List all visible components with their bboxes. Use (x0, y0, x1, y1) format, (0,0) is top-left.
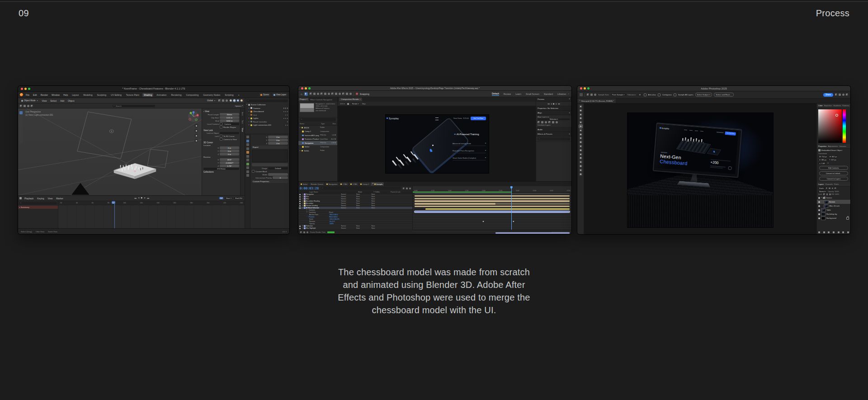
layers-action-icon[interactable] (847, 231, 849, 233)
sample-all-layers-checkbox[interactable] (674, 94, 676, 96)
custom-mask-row[interactable]: Custom Mask (252, 170, 288, 173)
workspace-tab-modeling[interactable]: Modeling (82, 93, 94, 97)
camera-view-icon[interactable] (194, 134, 198, 137)
view-lock-header[interactable]: View Lock (203, 129, 239, 132)
effects-presets-header[interactable]: Effects & Presets≡ (536, 132, 571, 136)
tool-icon[interactable] (310, 93, 312, 95)
comp-tab-comp1[interactable]: Comp 1 (359, 182, 370, 186)
appbar-icon[interactable] (835, 94, 837, 96)
project-item[interactable]: Features-ProductLaun…QuickTime46.4 M (298, 137, 337, 141)
prev-frame-icon[interactable]: ◂ (551, 103, 552, 105)
properties-tab-icon[interactable] (246, 159, 249, 161)
checkbox-icon[interactable] (220, 126, 222, 128)
outliner-search-input[interactable]: ⌕ (246, 99, 288, 102)
toggle-icon[interactable] (300, 231, 302, 233)
filter-icon[interactable] (826, 188, 828, 189)
timeline-columns-header[interactable]: Layer Name Mode T TrkMat Parent & Link (298, 190, 412, 193)
viewport-nav-icons[interactable] (194, 124, 198, 142)
ps-tool-icon[interactable] (579, 173, 582, 176)
workspace-libraries[interactable]: Libraries (557, 93, 566, 95)
layers-action-icon[interactable] (838, 231, 840, 233)
viewport-tool-icon[interactable] (19, 133, 23, 136)
home-icon[interactable]: ⌂ (301, 93, 302, 95)
workspace-tab-texturepaint[interactable]: Texture Paint (125, 93, 141, 97)
color-field[interactable] (818, 109, 842, 143)
stopwatch-icon[interactable]: ◔ (307, 216, 307, 217)
align-buttons[interactable] (538, 121, 570, 123)
transform-wh[interactable]: W: 714 pxH: 807 px (817, 155, 850, 158)
tab-effect-controls[interactable]: Effect Controls Navigation (309, 99, 333, 101)
ps-tool-icon[interactable] (579, 129, 582, 132)
select-tool-toggles[interactable] (20, 105, 33, 107)
cursor-header[interactable]: 3D Cursor (203, 141, 239, 144)
select-mode-icon[interactable] (20, 105, 22, 107)
last-frame-icon[interactable]: ▸▸ (558, 103, 560, 105)
snapping-magnet-icon[interactable] (356, 93, 358, 95)
checkbox-icon[interactable] (252, 170, 255, 173)
material-shading-icon[interactable] (237, 99, 239, 102)
convert-to-linked-button[interactable]: Convert to Linked… (819, 171, 848, 175)
properties-tab-icon[interactable] (246, 163, 249, 165)
tab-gradients[interactable]: Gradients (833, 104, 841, 107)
layer-row-selected[interactable]: Screen (817, 200, 850, 204)
visibility-icon[interactable] (818, 201, 820, 203)
lock-icons[interactable] (823, 193, 831, 195)
tool-icon[interactable] (349, 93, 352, 95)
snapping-icons[interactable] (218, 99, 228, 102)
active-tool-icon[interactable] (580, 93, 583, 96)
tab-patterns[interactable]: Patterns (842, 104, 849, 107)
properties-tab-icon[interactable] (246, 136, 249, 138)
ps-tool-icon[interactable] (579, 169, 582, 172)
outliner-item-roadcontroller[interactable]: ▸Road Controller (246, 120, 288, 124)
effects-search-input[interactable]: ⌕ (538, 137, 570, 141)
tolerance-field[interactable]: 32 (638, 94, 642, 96)
viewlayer-selector[interactable]: View Layer (272, 93, 288, 96)
layer-row[interactable]: Backdrop-bg (817, 212, 850, 216)
filter-icon[interactable] (835, 188, 836, 189)
selection-tool[interactable] (304, 92, 308, 96)
editor-type-icon[interactable] (19, 197, 22, 199)
tool-icon[interactable] (321, 93, 323, 95)
tab-item[interactable]: Item (241, 112, 244, 116)
start-frame-field[interactable]: Start 1 (225, 197, 232, 199)
ps-tool-icon[interactable] (579, 133, 582, 136)
custom-properties-header[interactable]: Custom Properties (252, 180, 288, 183)
timeline-icon[interactable] (406, 188, 408, 189)
comp-tab-cta4[interactable]: CTA4 (339, 182, 349, 186)
snap-icon[interactable] (222, 99, 224, 102)
sample-mode-icons[interactable] (587, 94, 596, 96)
filter-icon[interactable] (832, 188, 834, 189)
clip-start-field[interactable]: Clip Start0.01 m (203, 116, 239, 119)
properties-panel-tabs[interactable]: Properties Adjustments Libraries (817, 144, 850, 149)
lock-option-icon[interactable] (823, 193, 825, 195)
workspace-tab-animation[interactable]: Animation (155, 93, 168, 97)
ps-tool-strip[interactable] (577, 104, 584, 234)
blender-logo-icon[interactable] (20, 93, 23, 96)
kind-filter-select[interactable]: Kind▾ (818, 187, 825, 189)
close-window-icon[interactable] (580, 87, 582, 89)
usage-field[interactable]: UsageDefault (252, 167, 288, 169)
project-search-input[interactable]: ⌕ (300, 118, 336, 122)
maximize-window-icon[interactable] (587, 87, 590, 89)
appbar-icon[interactable] (846, 94, 848, 96)
viewport-tool-icon[interactable] (19, 118, 23, 122)
ps-tool-icon[interactable] (579, 109, 582, 112)
filter-icon[interactable] (829, 188, 830, 189)
visibility-icon[interactable] (818, 217, 820, 219)
checkbox-icon[interactable] (220, 135, 222, 137)
zoom-icon[interactable] (194, 124, 198, 127)
layers-action-icon[interactable] (833, 231, 835, 233)
antialias-checkbox[interactable] (644, 94, 646, 96)
layer-row[interactable]: Table (817, 208, 850, 212)
menu-edit[interactable]: Edit (32, 94, 38, 96)
viewport-tool-icon[interactable] (19, 115, 23, 118)
work-area-bar[interactable] (415, 193, 570, 194)
window-controls[interactable] (301, 87, 311, 89)
properties-tab-icon[interactable] (246, 174, 249, 177)
viewport-tool-icon[interactable] (19, 122, 23, 125)
3d-viewport[interactable]: User Perspective (1) View | Light connec… (18, 108, 245, 195)
pan-icon[interactable] (194, 129, 198, 132)
maximize-window-icon[interactable] (308, 87, 311, 89)
tool-icon[interactable] (331, 93, 334, 95)
ps-tool-icon[interactable] (579, 156, 582, 160)
